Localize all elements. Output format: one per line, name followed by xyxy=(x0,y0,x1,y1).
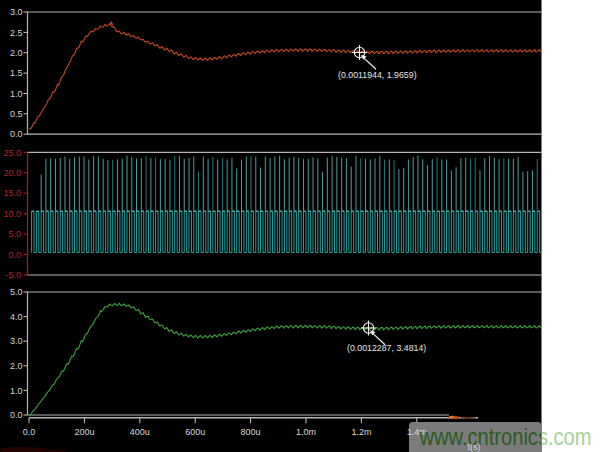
svg-text:10.0: 10.0 xyxy=(3,209,21,219)
svg-text:-5.0: -5.0 xyxy=(5,270,21,280)
svg-text:5.0: 5.0 xyxy=(8,229,21,239)
svg-text:(0.0012287, 3.4814): (0.0012287, 3.4814) xyxy=(347,343,426,353)
svg-text:5.0: 5.0 xyxy=(10,287,23,297)
svg-text:200u: 200u xyxy=(74,427,94,437)
svg-text:0.0: 0.0 xyxy=(10,410,23,420)
svg-text:4.0: 4.0 xyxy=(10,312,23,322)
svg-text:600u: 600u xyxy=(185,427,205,437)
svg-text:1.2m: 1.2m xyxy=(351,427,371,437)
svg-text:0.0: 0.0 xyxy=(23,427,36,437)
svg-text:0.0: 0.0 xyxy=(10,129,23,139)
svg-text:t(s): t(s) xyxy=(468,442,481,452)
svg-text:2.5: 2.5 xyxy=(10,28,23,38)
svg-text:2.0: 2.0 xyxy=(10,361,23,371)
svg-text:20.0: 20.0 xyxy=(3,168,21,178)
svg-text:0.5: 0.5 xyxy=(10,109,23,119)
svg-text:1.0m: 1.0m xyxy=(296,427,316,437)
svg-text:800u: 800u xyxy=(241,427,261,437)
svg-text:15.0: 15.0 xyxy=(3,188,21,198)
svg-text:3.0: 3.0 xyxy=(10,7,23,17)
svg-text:(0.0011944, 1.9659): (0.0011944, 1.9659) xyxy=(338,70,417,80)
svg-text:400u: 400u xyxy=(130,427,150,437)
svg-text:25.0: 25.0 xyxy=(3,148,21,158)
svg-text:2.0: 2.0 xyxy=(10,48,23,58)
svg-text:1.0: 1.0 xyxy=(10,89,23,99)
svg-text:0.0: 0.0 xyxy=(8,250,21,260)
svg-text:3.0: 3.0 xyxy=(10,336,23,346)
svg-text:1.5: 1.5 xyxy=(10,68,23,78)
svg-text:1.0: 1.0 xyxy=(10,386,23,396)
